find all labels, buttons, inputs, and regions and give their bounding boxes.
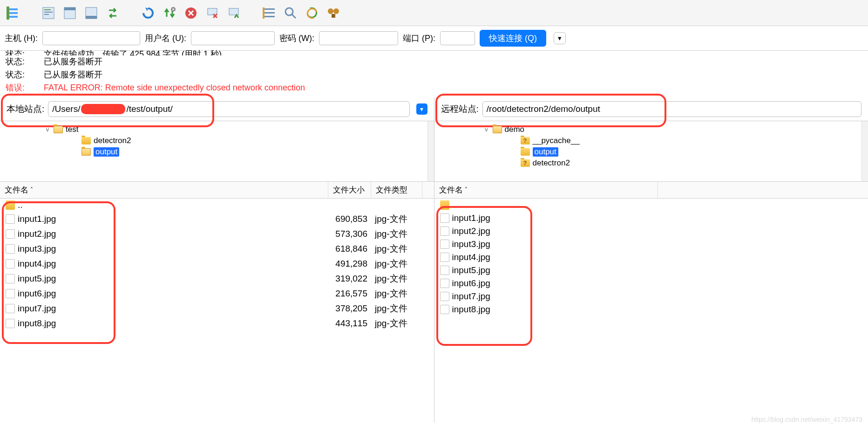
local-path-dropdown-icon[interactable]: ▾ [416, 103, 427, 115]
folder-icon [81, 148, 91, 156]
disclosure-icon[interactable]: v [44, 126, 51, 133]
host-input[interactable] [42, 31, 140, 45]
svg-rect-11 [86, 16, 97, 19]
local-path-input[interactable]: /Users/ /test/output/ [48, 101, 409, 117]
watermark: https://blog.csdn.net/weixin_41793473 [752, 416, 862, 423]
file-size: 690,853 [328, 214, 371, 224]
folder-icon [521, 137, 530, 144]
redacted-username [81, 104, 125, 114]
log-label: 状态: [6, 69, 44, 82]
remote-path-input[interactable]: /root/detectron2/demo/output [482, 101, 861, 117]
local-tree[interactable]: vtestdetectron2output [0, 121, 434, 182]
find-icon[interactable] [324, 4, 343, 22]
local-path-suffix: /test/output/ [126, 104, 172, 114]
local-filelist[interactable]: 文件名 ˄ 文件大小 文件类型 ..input1.jpg690,853jpg-文… [0, 182, 434, 423]
pass-input[interactable] [319, 31, 398, 45]
file-row[interactable]: .. [0, 199, 434, 212]
folder-icon [6, 200, 15, 210]
folder-icon [81, 137, 91, 144]
file-icon [6, 304, 15, 313]
svg-rect-4 [43, 7, 54, 19]
file-size: 216,575 [328, 289, 371, 299]
svg-rect-9 [64, 7, 75, 10]
user-input[interactable] [191, 31, 275, 45]
local-file-header: 文件名 ˄ 文件大小 文件类型 [0, 182, 434, 199]
file-row[interactable]: input7.jpg378,205jpg-文件 [0, 301, 434, 316]
site-manager-icon[interactable] [4, 4, 22, 22]
col-filename[interactable]: 文件名 ˄ [0, 182, 328, 198]
file-row[interactable]: input3.jpg618,846jpg-文件 [0, 241, 434, 256]
toggle-log-icon[interactable] [39, 4, 58, 22]
filter-icon[interactable] [260, 4, 278, 22]
file-icon [440, 240, 449, 249]
file-name: input5.jpg [18, 274, 56, 284]
file-row[interactable]: input5.jpg319,022jpg-文件 [0, 271, 434, 286]
file-name: input7.jpg [18, 303, 56, 314]
file-row[interactable]: input1.jpg [434, 212, 868, 225]
file-row[interactable]: input7.jpg [434, 290, 868, 303]
tree-node[interactable]: detectron2 [434, 158, 868, 169]
file-row[interactable]: input3.jpg [434, 238, 868, 251]
toggle-queue-icon[interactable] [82, 4, 101, 22]
file-row[interactable]: input2.jpg [434, 225, 868, 238]
refresh-icon[interactable] [139, 4, 157, 22]
tree-node[interactable]: output [0, 146, 434, 158]
local-pane: 本地站点: /Users/ /test/output/ ▾ vtestdetec… [0, 97, 434, 423]
file-size: 378,205 [328, 303, 371, 314]
file-row[interactable]: input4.jpg491,298jpg-文件 [0, 256, 434, 271]
toggle-tree-icon[interactable] [61, 4, 79, 22]
col-filetype[interactable]: 文件类型 [371, 182, 422, 198]
tree-node[interactable]: output [434, 146, 868, 158]
port-input[interactable] [440, 31, 475, 45]
file-row[interactable]: input8.jpg [434, 303, 868, 316]
tree-label: test [66, 125, 78, 134]
file-size: 573,306 [328, 229, 371, 239]
col-filename[interactable]: 文件名 ˄ [434, 182, 658, 198]
file-row[interactable]: input5.jpg [434, 264, 868, 277]
tree-node[interactable]: vtest [0, 124, 434, 135]
tree-label: detectron2 [94, 136, 131, 145]
scrollbar[interactable] [427, 121, 434, 181]
file-row[interactable]: input1.jpg690,853jpg-文件 [0, 212, 434, 227]
log-message: 已从服务器断开 [44, 69, 102, 82]
file-icon [6, 274, 15, 283]
file-row[interactable]: input2.jpg573,306jpg-文件 [0, 227, 434, 241]
svg-rect-15 [208, 8, 217, 15]
file-row[interactable]: input8.jpg443,115jpg-文件 [0, 316, 434, 331]
file-row[interactable]: input6.jpg [434, 277, 868, 290]
message-log: 状态:文件传输成功，传输了 425,984 字节 (用时 1 秒)状态:已从服务… [0, 51, 868, 97]
tree-label: demo [505, 125, 525, 134]
quick-connect-dropdown[interactable]: ▾ [554, 32, 566, 44]
svg-rect-3 [7, 7, 9, 20]
svg-point-21 [285, 8, 293, 15]
sync-browse-icon[interactable] [103, 4, 122, 22]
col-filesize[interactable]: 文件大小 [328, 182, 371, 198]
file-icon [6, 229, 15, 239]
svg-rect-2 [8, 16, 18, 18]
tree-node[interactable]: __pycache__ [434, 135, 868, 146]
remote-tree[interactable]: vdemo__pycache__outputdetectron2 [434, 121, 868, 182]
disclosure-icon[interactable]: v [483, 126, 490, 133]
compare-icon[interactable] [303, 4, 321, 22]
log-message: FATAL ERROR: Remote side unexpectedly cl… [44, 82, 305, 95]
file-size: 618,846 [328, 244, 371, 254]
file-row[interactable]: input6.jpg216,575jpg-文件 [0, 286, 434, 301]
file-row[interactable]: input4.jpg [434, 251, 868, 264]
quick-connect-button[interactable]: 快速连接 (Q) [480, 30, 546, 47]
reconnect-icon[interactable] [224, 4, 243, 22]
tree-node[interactable]: vdemo [434, 124, 868, 135]
svg-rect-24 [332, 14, 335, 18]
scrollbar[interactable] [861, 121, 868, 181]
tree-label: detectron2 [533, 158, 570, 168]
svg-rect-18 [264, 12, 275, 14]
svg-point-22 [328, 8, 333, 14]
disconnect-icon[interactable] [203, 4, 222, 22]
process-queue-icon[interactable] [160, 4, 179, 22]
cancel-icon[interactable] [182, 4, 200, 22]
tree-node[interactable]: detectron2 [0, 135, 434, 146]
search-icon[interactable] [281, 4, 300, 22]
file-size: 319,022 [328, 274, 371, 284]
remote-path-text: /root/detectron2/demo/output [487, 104, 600, 114]
file-row[interactable]: .. [434, 199, 868, 212]
remote-filelist[interactable]: 文件名 ˄ ..input1.jpginput2.jpginput3.jpgin… [434, 182, 868, 423]
